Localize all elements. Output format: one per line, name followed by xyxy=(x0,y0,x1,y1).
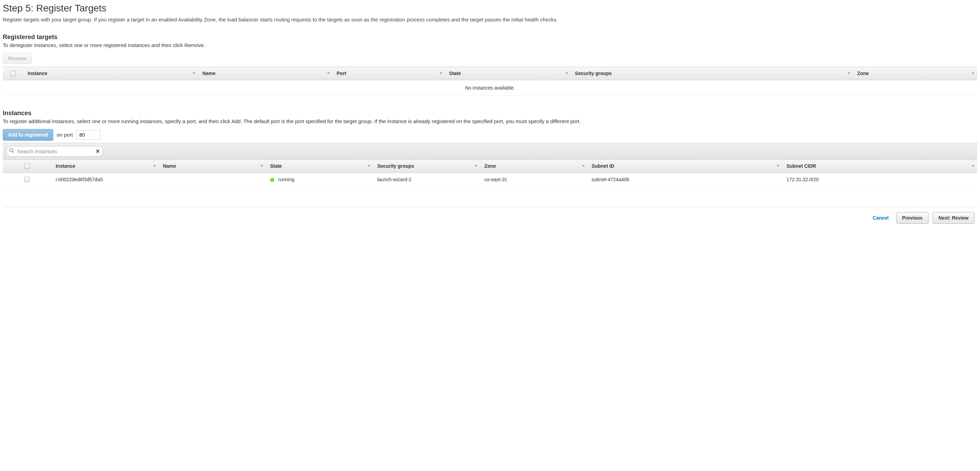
next-review-button[interactable]: Next: Review xyxy=(932,212,974,224)
footer-bar: Cancel Previous Next: Review xyxy=(3,207,977,226)
cell-state: running xyxy=(266,173,373,186)
registered-targets-section: Registered targets To deregister instanc… xyxy=(3,33,977,96)
column-header-select-all[interactable] xyxy=(3,159,51,173)
chevron-down-icon xyxy=(582,165,585,167)
svg-line-1 xyxy=(13,151,14,153)
column-label: State xyxy=(449,70,461,76)
registered-targets-table: Instance Name Port State xyxy=(3,67,977,96)
search-instances-input[interactable] xyxy=(6,146,103,157)
column-label: Instance xyxy=(28,70,48,76)
cell-instance: i-00022ded6f3d57da5 xyxy=(51,173,159,186)
cell-state-text: running xyxy=(278,177,294,182)
chevron-down-icon xyxy=(192,73,196,74)
column-header-zone[interactable]: Zone xyxy=(480,159,587,173)
cell-zone: us-east-2c xyxy=(480,173,587,186)
select-all-checkbox[interactable] xyxy=(10,71,16,76)
chevron-down-icon xyxy=(565,73,568,74)
column-label: Zone xyxy=(484,163,496,169)
column-header-name[interactable]: Name xyxy=(159,159,266,173)
port-label: on port xyxy=(57,132,73,138)
column-label: Instance xyxy=(56,163,75,169)
clear-search-icon[interactable]: ✕ xyxy=(95,148,100,154)
column-header-state[interactable]: State xyxy=(266,159,373,173)
column-label: Subnet ID xyxy=(592,163,614,169)
column-header-security-groups[interactable]: Security groups xyxy=(373,159,480,173)
column-label: Subnet CIDR xyxy=(786,163,816,169)
chevron-down-icon xyxy=(439,73,442,74)
chevron-down-icon xyxy=(368,165,370,167)
registered-description: To deregister instances, select one or m… xyxy=(3,42,977,48)
page-description: Register targets with your target group.… xyxy=(3,16,977,24)
column-label: Name xyxy=(163,163,176,169)
chevron-down-icon xyxy=(260,165,263,167)
chevron-down-icon xyxy=(972,165,974,167)
row-checkbox[interactable] xyxy=(24,177,30,182)
column-header-select-all[interactable] xyxy=(3,67,24,80)
cell-subnet-cidr: 172.31.32.0/20 xyxy=(782,173,977,186)
instances-description: To register additional instances, select… xyxy=(3,118,977,124)
chevron-down-icon xyxy=(327,73,330,74)
svg-point-0 xyxy=(10,149,13,152)
cell-name xyxy=(159,173,266,186)
column-label: Zone xyxy=(857,70,869,76)
column-label: Port xyxy=(337,70,347,76)
cancel-link[interactable]: Cancel xyxy=(869,213,892,223)
select-all-checkbox[interactable] xyxy=(24,164,30,169)
column-header-port[interactable]: Port xyxy=(332,67,445,80)
registered-heading: Registered targets xyxy=(3,33,977,41)
chevron-down-icon xyxy=(848,73,850,74)
column-header-instance[interactable]: Instance xyxy=(51,159,159,173)
status-running-icon xyxy=(270,178,274,182)
column-label: Security groups xyxy=(575,70,612,76)
instances-table: Instance Name State Security groups xyxy=(3,159,977,186)
cell-security-groups: launch-wizard-2 xyxy=(373,173,480,186)
column-header-subnet-cidr[interactable]: Subnet CIDR xyxy=(782,159,977,173)
chevron-down-icon xyxy=(777,165,780,167)
column-header-instance[interactable]: Instance xyxy=(24,67,198,80)
column-header-state[interactable]: State xyxy=(445,67,571,80)
column-header-security-groups[interactable]: Security groups xyxy=(571,67,853,80)
chevron-down-icon xyxy=(153,165,156,167)
remove-button: Remove xyxy=(3,53,32,64)
chevron-down-icon xyxy=(972,73,974,74)
previous-button[interactable]: Previous xyxy=(896,212,929,224)
instances-section: Instances To register additional instanc… xyxy=(3,110,977,186)
column-header-zone[interactable]: Zone xyxy=(853,67,977,80)
chevron-down-icon xyxy=(475,165,477,167)
cell-subnet-id: subnet-4724a40b xyxy=(587,173,783,186)
page-title: Step 5: Register Targets xyxy=(3,3,977,14)
no-instances-message: No instances available. xyxy=(3,80,977,95)
column-header-subnet-id[interactable]: Subnet ID xyxy=(587,159,783,173)
add-to-registered-button[interactable]: Add to registered xyxy=(3,129,53,141)
port-input[interactable] xyxy=(76,130,101,140)
search-icon xyxy=(10,148,14,154)
column-header-name[interactable]: Name xyxy=(198,67,332,80)
column-label: State xyxy=(270,163,282,169)
column-label: Security groups xyxy=(377,163,414,169)
table-row[interactable]: i-00022ded6f3d57da5 running launch-wizar… xyxy=(3,173,977,186)
column-label: Name xyxy=(202,70,215,76)
instances-heading: Instances xyxy=(3,110,977,117)
